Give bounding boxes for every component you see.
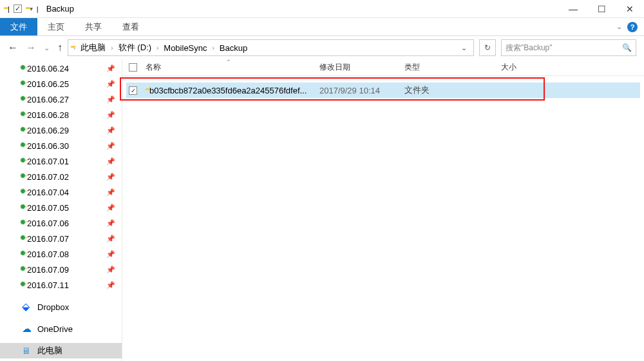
maximize-button[interactable]: ☐ [587, 0, 616, 18]
file-row[interactable]: ✓ b03cfbcb872a0e335fd6ea2a245576fdfef...… [126, 83, 640, 98]
sidebar-item-label: 此电脑 [37, 345, 62, 356]
sidebar-item-label: 2016.07.04 [27, 188, 69, 197]
tab-file[interactable]: 文件 [0, 18, 37, 35]
sidebar-item-folder[interactable]: 2016.06.24📌 [0, 61, 122, 76]
column-label: 类型 [404, 62, 420, 73]
pin-icon: 📌 [106, 188, 115, 197]
pin-icon: 📌 [106, 80, 115, 88]
sidebar-item-label: Dropbox [37, 302, 69, 312]
tab-view[interactable]: 查看 [112, 18, 149, 35]
sidebar-item-label: 2016.06.29 [27, 126, 69, 135]
pin-icon: 📌 [106, 173, 115, 181]
recent-locations-icon[interactable]: ⌄ [44, 44, 50, 52]
quick-access-toolbar: | ✓ ▾ | [4, 5, 39, 13]
column-size[interactable]: 大小 [497, 59, 562, 75]
sidebar-item-folder[interactable]: 2016.07.06📌 [0, 215, 122, 231]
refresh-button[interactable]: ↻ [479, 39, 496, 56]
qat-separator: | [37, 5, 39, 13]
column-type[interactable]: 类型 [401, 59, 497, 75]
column-label: 名称 [146, 62, 161, 73]
search-icon[interactable]: 🔍 [622, 43, 632, 52]
close-button[interactable]: ✕ [616, 0, 644, 18]
sidebar-item-folder[interactable]: 2016.07.11📌 [0, 277, 122, 293]
column-label: 修改日期 [319, 62, 350, 73]
chevron-right-icon[interactable]: › [155, 44, 160, 52]
column-headers: ⌃ 名称 修改日期 类型 大小 [122, 59, 644, 76]
pin-icon: 📌 [106, 250, 115, 259]
titlebar: | ✓ ▾ | Backup — ☐ ✕ [0, 0, 644, 18]
sidebar-item-folder[interactable]: 2016.07.08📌 [0, 246, 122, 262]
pin-icon: 📌 [106, 126, 115, 135]
column-label: 大小 [501, 62, 516, 73]
pin-icon: 📌 [106, 235, 115, 243]
sidebar-item-this-pc[interactable]: 🖥 此电脑 [0, 343, 122, 358]
chevron-right-icon[interactable]: › [109, 44, 114, 52]
sidebar-item-label: OneDrive [37, 324, 73, 334]
forward-button[interactable]: → [26, 42, 36, 54]
minimize-button[interactable]: — [559, 0, 587, 18]
column-name[interactable]: ⌃ 名称 [142, 59, 316, 75]
dropbox-icon: ⬙ [22, 302, 32, 311]
sidebar-item-folder[interactable]: 2016.06.29📌 [0, 122, 122, 138]
sidebar-item-folder[interactable]: 2016.06.25📌 [0, 76, 122, 92]
sort-indicator-icon: ⌃ [226, 59, 231, 65]
sidebar-item-onedrive[interactable]: ☁ OneDrive [0, 321, 122, 337]
breadcrumb-mobilesync[interactable]: MobileSync [161, 43, 209, 53]
sidebar-item-label: 2016.07.09 [27, 265, 69, 275]
sidebar-item-folder[interactable]: 2016.07.05📌 [0, 200, 122, 215]
file-type: 文件夹 [401, 84, 497, 96]
breadcrumb-this-pc[interactable]: 此电脑 [78, 42, 108, 54]
tab-home[interactable]: 主页 [37, 18, 75, 35]
sidebar-item-label: 2016.07.07 [27, 234, 69, 244]
sidebar-item-label: 2016.06.27 [27, 95, 69, 104]
qat-separator: | [8, 5, 10, 13]
qat-checkbox-icon[interactable]: ✓ [14, 5, 22, 13]
navigation-bar: ← → ⌄ ↑ › 此电脑 › 软件 (D:) › MobileSync › B… [0, 36, 644, 59]
search-placeholder: 搜索"Backup" [506, 43, 553, 54]
search-input[interactable]: 搜索"Backup" 🔍 [501, 39, 636, 56]
pin-icon: 📌 [106, 281, 115, 289]
chevron-right-icon[interactable]: › [211, 44, 216, 52]
tab-share[interactable]: 共享 [75, 18, 112, 35]
pin-icon: 📌 [106, 204, 115, 212]
sidebar-item-folder[interactable]: 2016.07.02📌 [0, 169, 122, 184]
sidebar-item-dropbox[interactable]: ⬙ Dropbox [0, 299, 122, 315]
address-bar[interactable]: › 此电脑 › 软件 (D:) › MobileSync › Backup ⌄ [68, 39, 474, 56]
sidebar-item-folder[interactable]: 2016.06.27📌 [0, 92, 122, 107]
ribbon-expand-icon[interactable]: ⌄ [616, 23, 622, 31]
pin-icon: 📌 [106, 266, 115, 274]
pin-icon: 📌 [106, 111, 115, 119]
breadcrumb-backup[interactable]: Backup [217, 43, 250, 53]
sidebar-item-label: 2016.07.02 [27, 172, 69, 182]
back-button[interactable]: ← [8, 42, 18, 54]
address-dropdown-icon[interactable]: ⌄ [461, 44, 467, 52]
sidebar-item-label: 2016.06.30 [27, 141, 69, 151]
sidebar-item-folder[interactable]: 2016.07.04📌 [0, 184, 122, 200]
pin-icon: 📌 [106, 219, 115, 228]
sidebar-item-folder[interactable]: 2016.07.01📌 [0, 153, 122, 169]
sidebar-item-folder[interactable]: 2016.06.28📌 [0, 107, 122, 122]
sidebar-item-folder[interactable]: 2016.07.07📌 [0, 231, 122, 246]
up-button[interactable]: ↑ [57, 42, 62, 54]
sidebar-item-folder[interactable]: 2016.06.30📌 [0, 138, 122, 153]
sidebar-item-label: 2016.06.25 [27, 79, 69, 89]
sidebar-item-label: 2016.07.11 [27, 280, 69, 290]
sidebar-item-label: 2016.07.08 [27, 249, 69, 259]
select-all-checkbox[interactable] [129, 63, 137, 72]
window-title: Backup [46, 4, 74, 14]
navigation-pane: 2016.06.24📌2016.06.25📌2016.06.27📌2016.06… [0, 59, 122, 361]
sidebar-item-folder[interactable]: 2016.07.09📌 [0, 262, 122, 277]
sidebar-item-label: 2016.06.28 [27, 110, 69, 120]
qat-dropdown-icon[interactable]: ▾ [30, 5, 33, 12]
breadcrumb-drive[interactable]: 软件 (D:) [116, 42, 154, 54]
help-icon[interactable]: ? [627, 22, 638, 32]
computer-icon: 🖥 [22, 346, 32, 355]
file-name: b03cfbcb872a0e335fd6ea2a245576fdfef... [149, 86, 307, 95]
column-date[interactable]: 修改日期 [316, 59, 401, 75]
sidebar-item-label: 2016.07.05 [27, 203, 69, 213]
row-checkbox[interactable]: ✓ [129, 86, 137, 95]
pin-icon: 📌 [106, 157, 115, 166]
file-date: 2017/9/29 10:14 [316, 86, 401, 95]
column-checkbox[interactable] [126, 59, 142, 75]
file-list-pane: ⌃ 名称 修改日期 类型 大小 ✓ b03cfbcb872a0e335f [122, 59, 644, 361]
